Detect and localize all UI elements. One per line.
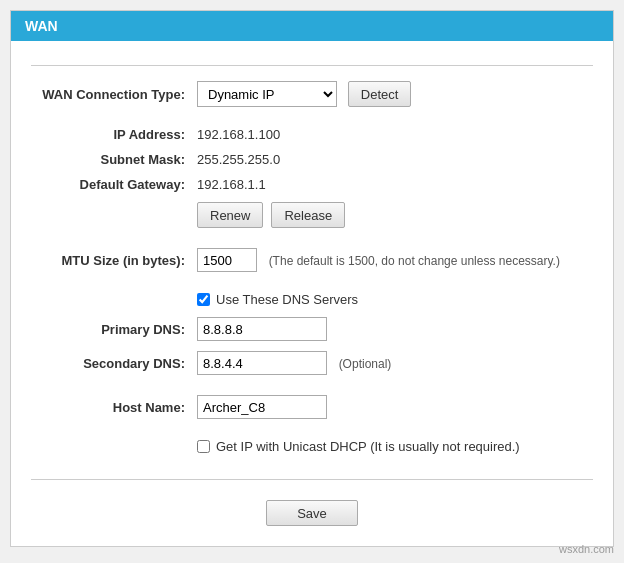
spacer-row-4 <box>31 380 593 390</box>
primary-dns-cell <box>191 312 593 346</box>
use-dns-checkbox-row: Use These DNS Servers <box>197 292 587 307</box>
secondary-dns-label: Secondary DNS: <box>31 346 191 380</box>
primary-dns-input[interactable] <box>197 317 327 341</box>
unicast-dhcp-checkbox[interactable] <box>197 440 210 453</box>
use-dns-row: Use These DNS Servers <box>31 287 593 312</box>
spacer-row-3 <box>31 277 593 287</box>
use-dns-cell: Use These DNS Servers <box>191 287 593 312</box>
primary-dns-label: Primary DNS: <box>31 312 191 346</box>
ip-address-row: IP Address: 192.168.1.100 <box>31 122 593 147</box>
renew-release-row: Renew Release <box>31 197 593 233</box>
default-gateway-row: Default Gateway: 192.168.1.1 <box>31 172 593 197</box>
unicast-dhcp-checkbox-row: Get IP with Unicast DHCP (It is usually … <box>197 439 587 454</box>
renew-button[interactable]: Renew <box>197 202 263 228</box>
host-name-label: Host Name: <box>31 390 191 424</box>
secondary-dns-note: (Optional) <box>339 357 392 371</box>
wan-form-table: WAN Connection Type: Dynamic IP Static I… <box>31 76 593 469</box>
release-button[interactable]: Release <box>271 202 345 228</box>
wan-panel: WAN WAN Connection Type: Dynamic IP Stat… <box>10 10 614 547</box>
mtu-input[interactable] <box>197 248 257 272</box>
mtu-note: (The default is 1500, do not change unle… <box>269 254 560 268</box>
wan-connection-type-select[interactable]: Dynamic IP Static IP PPPoE L2TP PPTP <box>197 81 337 107</box>
bottom-divider <box>31 479 593 480</box>
subnet-mask-row: Subnet Mask: 255.255.255.0 <box>31 147 593 172</box>
renew-release-buttons: Renew Release <box>197 202 587 228</box>
mtu-cell: (The default is 1500, do not change unle… <box>191 243 593 277</box>
ip-address-value: 192.168.1.100 <box>191 122 593 147</box>
watermark: wsxdn.com <box>559 543 614 555</box>
wan-connection-type-label: WAN Connection Type: <box>31 76 191 112</box>
secondary-dns-input[interactable] <box>197 351 327 375</box>
detect-button[interactable]: Detect <box>348 81 412 107</box>
save-row: Save <box>31 490 593 526</box>
secondary-dns-cell: (Optional) <box>191 346 593 380</box>
secondary-dns-row: Secondary DNS: (Optional) <box>31 346 593 380</box>
use-dns-label[interactable]: Use These DNS Servers <box>216 292 358 307</box>
spacer-row-2 <box>31 233 593 243</box>
wan-connection-type-row: WAN Connection Type: Dynamic IP Static I… <box>31 76 593 112</box>
spacer-row-1 <box>31 112 593 122</box>
host-name-row: Host Name: <box>31 390 593 424</box>
use-dns-spacer <box>31 287 191 312</box>
unicast-dhcp-cell: Get IP with Unicast DHCP (It is usually … <box>191 434 593 459</box>
unicast-dhcp-row: Get IP with Unicast DHCP (It is usually … <box>31 434 593 459</box>
subnet-mask-value: 255.255.255.0 <box>191 147 593 172</box>
panel-header: WAN <box>11 11 613 41</box>
primary-dns-row: Primary DNS: <box>31 312 593 346</box>
save-button[interactable]: Save <box>266 500 358 526</box>
wan-connection-type-value-cell: Dynamic IP Static IP PPPoE L2TP PPTP Det… <box>191 76 593 112</box>
spacer-row-5 <box>31 424 593 434</box>
spacer-row-6 <box>31 459 593 469</box>
mtu-row: MTU Size (in bytes): (The default is 150… <box>31 243 593 277</box>
panel-title: WAN <box>25 18 58 34</box>
use-dns-checkbox[interactable] <box>197 293 210 306</box>
panel-body: WAN Connection Type: Dynamic IP Static I… <box>11 41 613 546</box>
subnet-mask-label: Subnet Mask: <box>31 147 191 172</box>
default-gateway-value: 192.168.1.1 <box>191 172 593 197</box>
mtu-label: MTU Size (in bytes): <box>31 243 191 277</box>
default-gateway-label: Default Gateway: <box>31 172 191 197</box>
unicast-dhcp-label[interactable]: Get IP with Unicast DHCP (It is usually … <box>216 439 520 454</box>
renew-release-cell: Renew Release <box>191 197 593 233</box>
ip-address-label: IP Address: <box>31 122 191 147</box>
renew-release-spacer <box>31 197 191 233</box>
host-name-cell <box>191 390 593 424</box>
top-divider <box>31 65 593 66</box>
unicast-dhcp-spacer <box>31 434 191 459</box>
host-name-input[interactable] <box>197 395 327 419</box>
